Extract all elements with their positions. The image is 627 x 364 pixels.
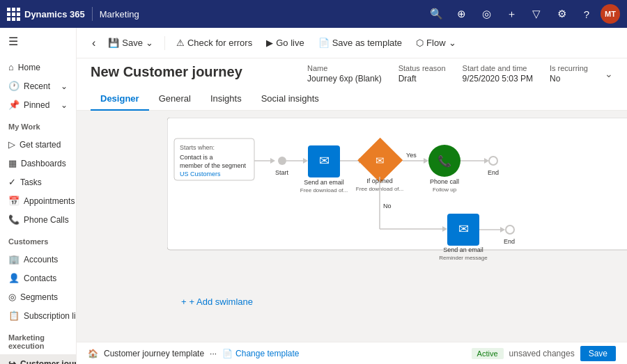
contact-icon[interactable]: ⊕ bbox=[450, 3, 472, 25]
sidebar-item-recent[interactable]: 🕐 Recent ⌄ bbox=[0, 77, 76, 95]
canvas-area: ↺ ↻ ⤢ ⊞ 🔍 100% 🔍 ⛶ Starts when: Contact … bbox=[77, 111, 627, 342]
template-label: Customer journey template bbox=[104, 349, 204, 358]
recent-label: Recent bbox=[24, 81, 50, 91]
settings-icon[interactable]: ⚙ bbox=[550, 3, 573, 25]
recent-icon: 🕐 bbox=[8, 81, 20, 91]
page-header: New Customer journey Name Journey 6xp (B… bbox=[77, 58, 627, 111]
svg-text:Contact is a: Contact is a bbox=[180, 154, 213, 161]
sidebar-item-customer-journeys[interactable]: ↪ Customer journeys bbox=[0, 354, 76, 364]
bottom-save-button[interactable]: Save bbox=[580, 346, 616, 361]
module-name: Marketing bbox=[100, 9, 139, 19]
svg-text:Starts when:: Starts when: bbox=[180, 144, 215, 151]
check-errors-label: Check for errors bbox=[187, 38, 252, 48]
accounts-label: Accounts bbox=[24, 255, 58, 264]
meta-status: Status reason Draft bbox=[398, 64, 446, 84]
home-icon: ⌂ bbox=[8, 62, 14, 72]
unsaved-changes-label: unsaved changes bbox=[509, 349, 575, 358]
sidebar-item-subscription-lists[interactable]: 📋 Subscription lists bbox=[0, 306, 76, 325]
accounts-icon: 🏢 bbox=[8, 254, 20, 264]
sidebar-item-pinned[interactable]: 📌 Pinned ⌄ bbox=[0, 95, 76, 114]
sidebar-item-contacts[interactable]: 👤 Contacts bbox=[0, 269, 76, 287]
app-logo[interactable]: Dynamics 365 bbox=[7, 8, 85, 21]
svg-point-8 bbox=[278, 157, 286, 165]
meta-recurring: Is recurring No bbox=[550, 64, 588, 84]
save-template-label: Save as template bbox=[332, 38, 402, 48]
tab-general[interactable]: General bbox=[149, 88, 201, 111]
tab-social-insights[interactable]: Social insights bbox=[251, 88, 329, 111]
flow-icon: ⬡ bbox=[416, 38, 424, 48]
add-icon[interactable]: ＋ bbox=[500, 3, 522, 25]
go-live-button[interactable]: ▶ Go live bbox=[261, 35, 309, 51]
recent-chevron: ⌄ bbox=[61, 81, 68, 91]
main-content: ‹ 💾 Save ⌄ ⚠ Check for errors ▶ Go live … bbox=[77, 28, 627, 364]
hamburger-button[interactable]: ☰ bbox=[0, 28, 76, 55]
tasks-label: Tasks bbox=[20, 177, 42, 187]
sidebar-item-tasks[interactable]: ✓ Tasks bbox=[0, 173, 76, 191]
customers-group-label: Customers bbox=[0, 232, 76, 247]
svg-point-31 bbox=[489, 157, 497, 165]
flow-diagram: Starts when: Contact is a member of the … bbox=[167, 118, 627, 312]
save-button[interactable]: 💾 Save ⌄ bbox=[102, 35, 159, 51]
svg-text:member of the segment: member of the segment bbox=[180, 162, 247, 169]
bottom-bar: 🏠 Customer journey template ··· 📄 Change… bbox=[77, 342, 627, 364]
recurring-label: Is recurring bbox=[550, 64, 588, 72]
sidebar-item-accounts[interactable]: 🏢 Accounts bbox=[0, 250, 76, 269]
change-template-icon: 📄 bbox=[222, 349, 233, 358]
svg-text:Follow up: Follow up bbox=[433, 187, 457, 193]
template-icon: 🏠 bbox=[88, 349, 98, 358]
sidebar-item-appointments[interactable]: 📅 Appointments bbox=[0, 191, 76, 210]
pin-icon: 📌 bbox=[8, 100, 20, 110]
pinned-label: Pinned bbox=[24, 100, 49, 110]
add-swimlane-button[interactable]: + + Add swimlane bbox=[167, 291, 267, 312]
sidebar-top-section: ⌂ Home 🕐 Recent ⌄ 📌 Pinned ⌄ bbox=[0, 55, 76, 117]
go-live-label: Go live bbox=[276, 38, 304, 48]
svg-point-43 bbox=[506, 225, 514, 234]
tasks-icon: ✓ bbox=[8, 177, 16, 187]
pinned-chevron: ⌄ bbox=[61, 100, 68, 110]
name-value: Journey 6xp (Blank) bbox=[307, 74, 382, 84]
filter-icon[interactable]: ▽ bbox=[525, 3, 548, 25]
topbar: Dynamics 365 Marketing 🔍 ⊕ ◎ ＋ ▽ ⚙ ? MT bbox=[0, 0, 627, 28]
check-icon: ⚠ bbox=[176, 38, 185, 48]
save-as-template-button[interactable]: 📄 Save as template bbox=[313, 35, 408, 51]
save-dropdown-icon[interactable]: ⌄ bbox=[146, 38, 153, 48]
my-work-group-label: My Work bbox=[0, 117, 76, 132]
save-label: Save bbox=[122, 38, 143, 48]
more-options-button[interactable]: ··· bbox=[210, 349, 217, 358]
change-template-button[interactable]: 📄 Change template bbox=[222, 349, 299, 358]
flow-button[interactable]: ⬡ Flow ⌄ bbox=[410, 35, 461, 51]
search-icon[interactable]: 🔍 bbox=[425, 3, 447, 25]
contacts-icon: 👤 bbox=[8, 273, 20, 283]
sidebar-item-dashboards[interactable]: ▦ Dashboards bbox=[0, 154, 76, 173]
sidebar-item-segments[interactable]: ◎ Segments bbox=[0, 287, 76, 306]
appointments-icon: 📅 bbox=[8, 196, 20, 206]
location-icon[interactable]: ◎ bbox=[475, 3, 497, 25]
dashboards-label: Dashboards bbox=[21, 159, 66, 168]
back-button[interactable]: ‹ bbox=[88, 34, 100, 52]
check-errors-button[interactable]: ⚠ Check for errors bbox=[171, 35, 258, 51]
sidebar-item-get-started[interactable]: ▷ Get started bbox=[0, 135, 76, 154]
bottom-left: 🏠 Customer journey template ··· 📄 Change… bbox=[88, 349, 300, 358]
meta-chevron-icon[interactable]: ⌄ bbox=[605, 68, 613, 79]
help-icon[interactable]: ? bbox=[575, 3, 598, 25]
sidebar-item-phone-calls[interactable]: 📞 Phone Calls bbox=[0, 210, 76, 229]
avatar[interactable]: MT bbox=[601, 4, 620, 24]
svg-rect-0 bbox=[167, 118, 627, 250]
tab-insights[interactable]: Insights bbox=[201, 88, 251, 111]
flow-chevron-icon: ⌄ bbox=[449, 38, 456, 48]
tabs: Designer General Insights Social insight… bbox=[91, 88, 613, 110]
dashboards-icon: ▦ bbox=[8, 158, 17, 168]
phone-calls-icon: 📞 bbox=[8, 214, 20, 225]
sidebar-item-home[interactable]: ⌂ Home bbox=[0, 58, 76, 77]
journeys-label: Customer journeys bbox=[20, 359, 76, 365]
name-label: Name bbox=[307, 64, 382, 72]
appointments-label: Appointments bbox=[24, 196, 75, 206]
svg-text:End: End bbox=[504, 238, 515, 245]
template-icon: 📄 bbox=[318, 38, 330, 48]
tab-designer[interactable]: Designer bbox=[91, 88, 149, 111]
add-swimlane-icon: + bbox=[181, 296, 187, 307]
svg-text:Send an email: Send an email bbox=[443, 246, 483, 253]
page-title: New Customer journey bbox=[91, 64, 242, 86]
topbar-icons: 🔍 ⊕ ◎ ＋ ▽ ⚙ ? MT bbox=[425, 3, 620, 25]
subscription-icon: 📋 bbox=[8, 310, 20, 321]
